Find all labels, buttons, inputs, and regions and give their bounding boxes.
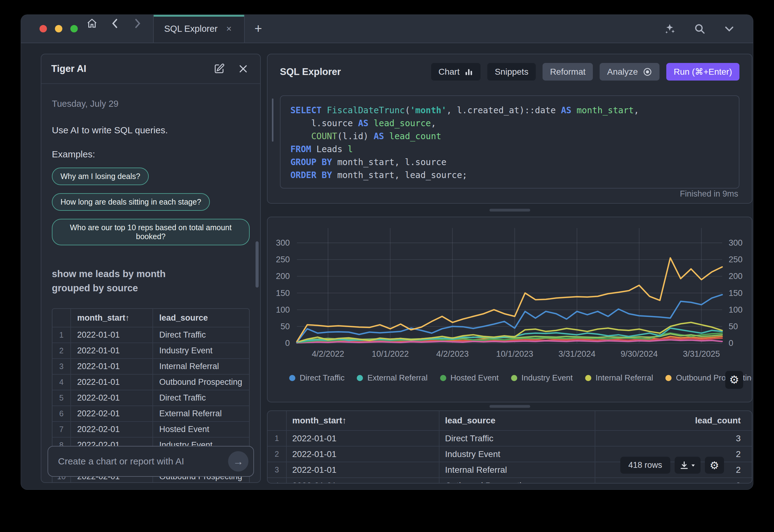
ai-chat-input[interactable] (57, 456, 228, 467)
run-query-button[interactable]: Run (⌘+Enter) (666, 63, 739, 81)
y-axis-tick-label-right: 300 (729, 238, 743, 247)
sql-toolbar: Chart Snippets Reformat Analyze (431, 63, 739, 81)
sort-asc-icon: ↑ (342, 416, 347, 426)
home-button[interactable] (83, 15, 101, 32)
chevron-down-icon (723, 23, 735, 35)
table-settings-button[interactable]: ⚙ (705, 457, 724, 474)
column-header[interactable]: lead_source (439, 411, 595, 430)
panel-resize-gap (267, 204, 752, 217)
legend-item[interactable]: External Referral (357, 373, 427, 383)
table-cell: Industry Event (439, 447, 595, 462)
window-menu-button[interactable] (722, 23, 737, 35)
sql-editor-panel: SQL Explorer Chart Snippets Reformat (267, 54, 752, 204)
reformat-button-label: Reformat (550, 67, 585, 77)
table-cell: 2022-01-01 (71, 343, 153, 358)
download-button[interactable] (675, 457, 701, 474)
panel-resize-gap (267, 402, 752, 410)
table-row[interactable]: 62022-02-01External Referral (52, 405, 249, 421)
ai-assistant-button[interactable] (662, 22, 678, 35)
close-panel-button[interactable] (236, 63, 250, 74)
y-axis-tick-label-left: 50 (281, 322, 290, 331)
table-controls: 418 rows ⚙ (620, 457, 724, 474)
table-cell: 2022-01-01 (71, 375, 153, 390)
new-tab-button[interactable]: + (253, 21, 264, 36)
tab-close-button[interactable]: × (224, 24, 234, 34)
column-header[interactable]: month_start ↑ (286, 411, 439, 430)
tiger-ai-header: Tiger AI (41, 54, 260, 84)
table-cell: 2022-01-01 (286, 462, 439, 477)
code-line: ORDER BY month_start, lead_source; (290, 169, 733, 182)
legend-item[interactable]: Direct Traffic (289, 373, 344, 383)
window-chrome: SQL Explorer × + (21, 15, 753, 43)
legend-item[interactable]: Hosted Event (440, 373, 499, 383)
y-axis-tick-label-left: 300 (276, 238, 290, 247)
chart-settings-button[interactable]: ⚙ (725, 371, 743, 389)
legend-label: Internal Referral (596, 373, 653, 383)
table-header-row: month_start ↑lead_source (52, 309, 249, 327)
table-row[interactable]: 32022-01-01Internal Referral (52, 358, 249, 374)
close-window-button[interactable] (40, 25, 47, 32)
y-axis-tick-label-left: 150 (276, 289, 290, 298)
table-cell: 4 (52, 375, 71, 390)
table-row[interactable]: 12022-01-01Direct Traffic3 (268, 430, 752, 446)
legend-item[interactable]: Industry Event (511, 373, 573, 383)
snippets-button[interactable]: Snippets (487, 63, 536, 81)
legend-item[interactable]: Internal Referral (585, 373, 653, 383)
table-cell: External Referral (153, 409, 249, 418)
table-row[interactable]: 42022-01-01Outbound Prospecting3 (268, 477, 752, 484)
table-row[interactable]: 52022-02-01Direct Traffic (52, 390, 249, 405)
new-chat-button[interactable] (211, 63, 227, 75)
code-scrollbar[interactable] (272, 98, 273, 142)
table-row[interactable]: 72022-02-01Hosted Event (52, 421, 249, 437)
minimize-window-button[interactable] (55, 25, 62, 32)
snippets-button-label: Snippets (495, 67, 528, 77)
zoom-window-button[interactable] (70, 25, 78, 32)
sql-explorer-column: SQL Explorer Chart Snippets Reformat (267, 54, 752, 489)
resize-handle[interactable] (489, 209, 530, 212)
y-axis-tick-label-right: 150 (729, 289, 743, 298)
search-button[interactable] (692, 23, 707, 35)
table-cell: Direct Traffic (439, 431, 595, 446)
example-prompt-pill[interactable]: Who are our top 10 reps based on total a… (52, 219, 250, 245)
table-cell: 3 (268, 462, 286, 477)
table-cell: Outbound Prospecting (439, 478, 595, 484)
gear-icon: ⚙ (729, 373, 739, 386)
chart-button[interactable]: Chart (431, 63, 481, 81)
panel-scrollbar[interactable] (256, 241, 259, 288)
resize-handle[interactable] (489, 405, 530, 408)
forward-button[interactable] (129, 15, 146, 32)
table-cell: Direct Traffic (153, 330, 249, 340)
back-button[interactable] (106, 15, 123, 32)
table-row[interactable]: 22022-01-01Industry Event (52, 343, 249, 358)
tab-sql-explorer[interactable]: SQL Explorer × (153, 15, 245, 43)
example-prompt-pill[interactable]: Why am I losing deals? (52, 168, 149, 185)
table-cell: Hosted Event (153, 425, 249, 434)
leads-line-chart[interactable]: 4/2/202210/1/20224/2/202310/1/20233/31/2… (268, 217, 752, 370)
column-header[interactable]: lead_count (595, 411, 752, 430)
table-header-row: month_start ↑lead_sourcelead_count (268, 411, 752, 430)
legend-dot-icon (511, 375, 517, 381)
table-cell: 2 (268, 447, 286, 462)
table-cell: 2022-01-01 (71, 327, 153, 343)
page-title: SQL Explorer (280, 66, 341, 77)
legend-dot-icon (440, 375, 446, 381)
column-header[interactable] (268, 411, 286, 430)
legend-dot-icon (289, 375, 295, 381)
send-button[interactable]: → (228, 451, 248, 472)
table-row[interactable]: 12022-01-01Direct Traffic (52, 327, 249, 343)
sql-code-editor[interactable]: SELECT FiscalDateTrunc('month', l.create… (280, 95, 739, 189)
ai-input-bar: → (48, 446, 254, 477)
series-line-outbound-prospecting (297, 258, 722, 342)
analyze-button[interactable]: Analyze (600, 63, 660, 81)
example-prompt-pill[interactable]: How long are deals sitting in each stage… (52, 193, 210, 211)
run-button-label: Run (⌘+Enter) (674, 67, 732, 77)
table-cell: 4 (268, 478, 286, 484)
tiger-ai-title: Tiger AI (51, 63, 86, 74)
chevron-left-icon (110, 18, 119, 29)
table-row[interactable]: 42022-01-01Outbound Prospecting (52, 374, 249, 390)
code-line: FROM Leads l (290, 143, 733, 156)
code-line: GROUP BY month_start, l.source (290, 156, 733, 169)
traffic-lights (21, 15, 78, 43)
analyze-button-label: Analyze (607, 67, 638, 77)
reformat-button[interactable]: Reformat (543, 63, 593, 81)
